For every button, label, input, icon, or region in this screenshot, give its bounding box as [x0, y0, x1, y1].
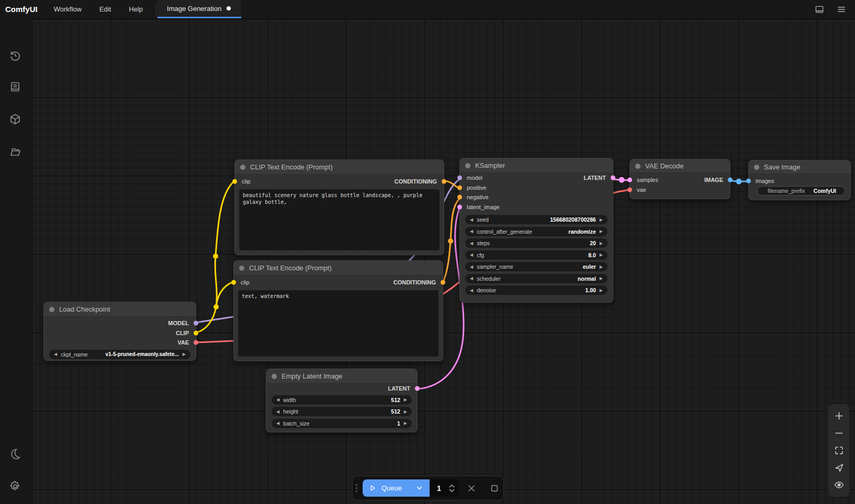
count-increment-icon[interactable] [449, 484, 455, 488]
widget-increment-arrow[interactable]: ▶ [183, 352, 186, 357]
widget-steps[interactable]: ◀ steps 20 ▶ [465, 238, 608, 248]
count-decrement-icon[interactable] [449, 489, 455, 492]
theme-moon-icon[interactable] [9, 448, 21, 460]
node-header[interactable]: VAE Decode [630, 159, 730, 173]
fit-view-icon[interactable] [834, 445, 844, 455]
widget-increment-arrow[interactable]: ▶ [600, 288, 603, 293]
menu-edit[interactable]: Edit [91, 0, 120, 18]
widget-batch-size[interactable]: ◀ batch_size 1 ▶ [272, 419, 412, 428]
node-clip-text-encode-positive[interactable]: CLIP Text Encode (Prompt) clip CONDITION… [234, 159, 444, 255]
node-collapse-dot[interactable] [754, 165, 759, 170]
node-header[interactable]: Load Checkpoint [44, 302, 196, 317]
menu-help[interactable]: Help [120, 0, 152, 18]
widget-ckpt-name[interactable]: ◀ ckpt_name v1-5-pruned-emaonly.safete..… [49, 350, 190, 359]
widget-decrement-arrow[interactable]: ◀ [276, 421, 279, 426]
queue-log-icon[interactable] [9, 81, 21, 93]
input-slot-clip[interactable] [231, 280, 236, 285]
widget-decrement-arrow[interactable]: ◀ [276, 409, 279, 414]
widget-increment-arrow[interactable]: ▶ [404, 397, 407, 402]
node-collapse-dot[interactable] [465, 163, 470, 168]
toggle-bottom-panel-icon[interactable] [814, 4, 825, 15]
queue-button[interactable]: Queue [363, 479, 430, 497]
clear-queue-icon[interactable] [466, 483, 477, 494]
input-slot-images[interactable] [746, 179, 751, 184]
widget-seed[interactable]: ◀ seed 156680208700286 ▶ [465, 215, 608, 224]
toggle-visibility-eye-icon[interactable] [834, 480, 844, 490]
widget-increment-arrow[interactable]: ▶ [600, 253, 603, 257]
node-header[interactable]: Empty Latent Image [266, 369, 417, 384]
widget-decrement-arrow[interactable]: ◀ [276, 397, 279, 402]
widget-scheduler[interactable]: ◀ scheduler normal ▶ [465, 274, 608, 283]
widget-decrement-arrow[interactable]: ◀ [54, 352, 57, 357]
positive-prompt-textarea[interactable]: beautiful scenery nature glass bottle la… [239, 189, 440, 250]
zoom-in-icon[interactable] [834, 411, 844, 421]
workflows-folder-icon[interactable] [9, 145, 21, 158]
input-slot-model[interactable] [457, 176, 462, 180]
zoom-out-icon[interactable] [834, 428, 844, 438]
output-slot-conditioning[interactable] [441, 280, 445, 285]
widget-increment-arrow[interactable]: ▶ [600, 265, 603, 269]
widget-decrement-arrow[interactable]: ◀ [470, 265, 473, 269]
widget-decrement-arrow[interactable]: ◀ [470, 241, 473, 246]
pan-navigate-icon[interactable] [834, 463, 844, 473]
model-library-icon[interactable] [9, 113, 21, 125]
node-load-checkpoint[interactable]: Load Checkpoint MODEL CLIP VAE ◀ ckpt_na… [43, 302, 196, 361]
widget-sampler-name[interactable]: ◀ sampler_name euler ▶ [465, 262, 608, 271]
widget-filename-prefix[interactable]: filename_prefix ComfyUI [757, 186, 845, 196]
hamburger-menu-icon[interactable] [836, 4, 847, 15]
widget-decrement-arrow[interactable]: ◀ [470, 253, 473, 257]
output-slot-vae[interactable] [194, 340, 198, 345]
input-slot-samples[interactable] [627, 178, 632, 182]
input-slot-negative[interactable] [457, 195, 462, 200]
node-collapse-dot[interactable] [49, 307, 54, 312]
toolbar-drag-handle[interactable] [356, 484, 358, 492]
batch-count-input[interactable]: 1 [430, 479, 458, 497]
menu-workflow[interactable]: Workflow [45, 0, 91, 18]
node-graph-canvas[interactable]: CLIP Text Encode (Prompt) clip CONDITION… [32, 19, 855, 504]
tab-image-generation[interactable]: Image Generation [158, 0, 241, 18]
output-slot-latent[interactable] [415, 386, 420, 391]
widget-increment-arrow[interactable]: ▶ [600, 229, 603, 234]
history-icon[interactable] [9, 49, 21, 62]
negative-prompt-textarea[interactable]: text, watermark [238, 290, 438, 357]
node-collapse-dot[interactable] [240, 165, 245, 170]
output-slot-image[interactable] [728, 178, 733, 182]
output-slot-model[interactable] [194, 321, 198, 326]
input-slot-clip[interactable] [232, 179, 237, 184]
node-save-image[interactable]: Save Image images filename_prefix ComfyU… [748, 160, 851, 200]
settings-gear-icon[interactable] [9, 480, 21, 492]
node-vae-decode[interactable]: VAE Decode samples IMAGE vae [629, 159, 730, 199]
output-slot-clip[interactable] [194, 330, 198, 335]
widget-denoise[interactable]: ◀ denoise 1.00 ▶ [465, 285, 608, 295]
node-header[interactable]: CLIP Text Encode (Prompt) [235, 160, 444, 175]
widget-height[interactable]: ◀ height 512 ▶ [272, 407, 412, 416]
node-collapse-dot[interactable] [239, 266, 244, 271]
widget-increment-arrow[interactable]: ▶ [600, 241, 603, 246]
widget-increment-arrow[interactable]: ▶ [600, 217, 603, 222]
node-header[interactable]: CLIP Text Encode (Prompt) [234, 261, 443, 276]
widget-increment-arrow[interactable]: ▶ [404, 421, 407, 426]
widget-control-after-generate[interactable]: ◀ control_after_generate randomize ▶ [465, 227, 608, 236]
node-header[interactable]: KSampler [460, 158, 613, 173]
widget-width[interactable]: ◀ width 512 ▶ [272, 395, 412, 405]
widget-decrement-arrow[interactable]: ◀ [470, 288, 473, 293]
input-slot-positive[interactable] [457, 185, 462, 190]
node-header[interactable]: Save Image [749, 161, 850, 174]
widget-decrement-arrow[interactable]: ◀ [470, 276, 473, 281]
widget-decrement-arrow[interactable]: ◀ [470, 229, 473, 234]
widget-increment-arrow[interactable]: ▶ [404, 409, 407, 414]
queue-options-chevron-icon[interactable] [415, 484, 423, 492]
widget-increment-arrow[interactable]: ▶ [600, 276, 603, 281]
node-ksampler[interactable]: KSampler model LATENT positive negative … [459, 158, 613, 303]
widget-cfg[interactable]: ◀ cfg 8.0 ▶ [465, 250, 608, 260]
input-slot-latent-image[interactable] [457, 204, 462, 209]
node-empty-latent-image[interactable]: Empty Latent Image LATENT ◀ width 512 ▶ … [266, 369, 418, 432]
node-collapse-dot[interactable] [272, 374, 277, 379]
node-collapse-dot[interactable] [635, 164, 640, 169]
node-clip-text-encode-negative[interactable]: CLIP Text Encode (Prompt) clip CONDITION… [233, 260, 443, 361]
stop-icon[interactable] [489, 483, 500, 494]
widget-decrement-arrow[interactable]: ◀ [470, 217, 473, 222]
output-slot-conditioning[interactable] [442, 179, 446, 184]
input-slot-vae[interactable] [627, 187, 632, 192]
output-slot-latent[interactable] [611, 176, 615, 180]
